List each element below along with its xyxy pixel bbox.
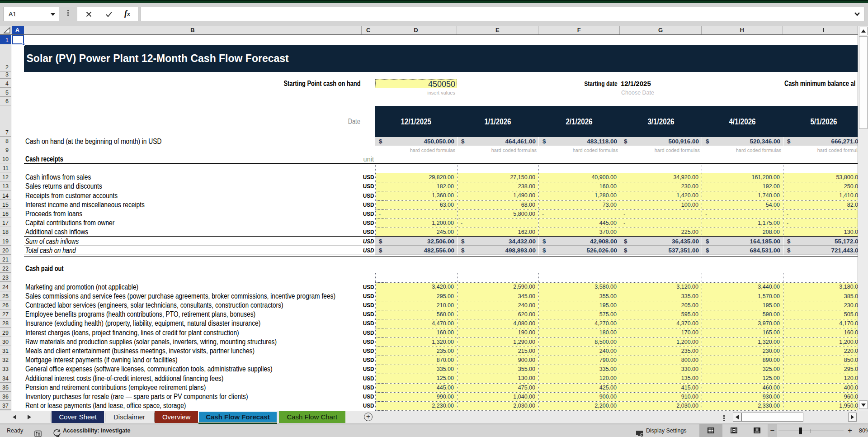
select-all-corner[interactable] bbox=[0, 26, 11, 34]
cell-D12[interactable]: 29,820.00 bbox=[375, 173, 457, 182]
cell-D29[interactable]: 160.00 bbox=[375, 328, 457, 337]
cell-D25[interactable]: 295.00 bbox=[375, 292, 457, 301]
cancel-icon[interactable] bbox=[85, 11, 92, 18]
cell-I37[interactable]: 1,950.00 bbox=[783, 401, 858, 410]
cell-H12[interactable]: 161,200.00 bbox=[702, 173, 783, 182]
cell-B16[interactable]: Proceeds from loans bbox=[24, 209, 362, 218]
cell-G28[interactable]: 4,370.00 bbox=[620, 319, 702, 328]
cell-E35[interactable]: 475.00 bbox=[457, 383, 538, 392]
cell-E29[interactable]: 190.00 bbox=[457, 328, 538, 337]
cell-C32[interactable]: USD bbox=[362, 356, 375, 365]
cell-I24[interactable]: 3,180.00 bbox=[783, 282, 858, 292]
cell-D34[interactable]: 125.00 bbox=[375, 374, 457, 383]
cell-G13[interactable]: 230.00 bbox=[620, 182, 702, 191]
cell-I12[interactable]: 53,800.00 bbox=[783, 173, 858, 182]
cell-G17[interactable]: - bbox=[620, 218, 702, 228]
display-settings-label[interactable]: Display Settings bbox=[646, 424, 687, 437]
cell-B15[interactable]: Interest income and miscellaneous receip… bbox=[24, 200, 362, 209]
cell-E16[interactable]: 5,800.00 bbox=[457, 209, 538, 218]
unit-column-label[interactable]: unit bbox=[362, 155, 375, 164]
cell-I15[interactable]: 82.00 bbox=[783, 200, 858, 209]
cell-E36[interactable]: 1,040.00 bbox=[457, 392, 538, 401]
cell-F35[interactable]: 425.00 bbox=[538, 383, 620, 392]
cell-C17[interactable]: USD bbox=[362, 218, 375, 228]
cell-C26[interactable]: USD bbox=[362, 301, 375, 310]
cell-D33[interactable]: 335.00 bbox=[375, 365, 457, 374]
cell-B20[interactable]: Total cash on hand bbox=[24, 246, 362, 255]
cell-C36[interactable]: USD bbox=[362, 392, 375, 401]
sheet-title[interactable]: Solar (PV) Power Plant 12-Month Cash Flo… bbox=[24, 45, 858, 72]
row-header-7[interactable]: 7 bbox=[0, 106, 11, 137]
month-header-4/1/2026[interactable]: 4/1/2026 bbox=[702, 106, 783, 137]
hard-coded-note[interactable]: hard coded formulas bbox=[538, 146, 620, 155]
cell-D24[interactable]: 3,420.00 bbox=[375, 282, 457, 292]
sheet-tab-cash-flow-chart[interactable]: Cash Flow Chart bbox=[279, 411, 345, 423]
column-header-D[interactable]: D bbox=[375, 26, 457, 34]
cell-G16[interactable]: - bbox=[620, 209, 702, 218]
sheet-grid[interactable]: Solar (PV) Power Plant 12-Month Cash Flo… bbox=[12, 35, 858, 411]
cell-E25[interactable]: 345.00 bbox=[457, 292, 538, 301]
cell-H13[interactable]: 192.00 bbox=[702, 182, 783, 191]
cell-D35[interactable]: 445.00 bbox=[375, 383, 457, 392]
cell-D27[interactable]: 560.00 bbox=[375, 310, 457, 319]
month-header-1/1/2026[interactable]: 1/1/2026 bbox=[457, 106, 538, 137]
cell-I31[interactable]: 220.00 bbox=[783, 347, 858, 356]
cell-F28[interactable]: 4,270.00 bbox=[538, 319, 620, 328]
row-header-2[interactable]: 2 bbox=[0, 45, 11, 71]
cell-B17[interactable]: Capital contributions from owner bbox=[24, 218, 362, 228]
insert-values-hint[interactable]: insert values bbox=[375, 88, 457, 97]
cell-F31[interactable]: 240.00 bbox=[538, 347, 620, 356]
hscroll-right-button[interactable] bbox=[848, 413, 857, 422]
cell-D13[interactable]: 182.00 bbox=[375, 182, 457, 191]
cell-D20[interactable]: 482,556.00$ bbox=[375, 246, 457, 255]
cell-H24[interactable]: 3,440.00 bbox=[702, 282, 783, 292]
cell-C18[interactable]: USD bbox=[362, 228, 375, 237]
column-header-A[interactable]: A bbox=[12, 26, 24, 34]
cell-C19[interactable]: USD bbox=[362, 237, 375, 246]
row-header-5[interactable]: 5 bbox=[0, 88, 11, 97]
cell-I35[interactable]: 400.00 bbox=[783, 383, 858, 392]
cell-C27[interactable]: USD bbox=[362, 310, 375, 319]
cell-H17[interactable]: 1,175.00 bbox=[702, 218, 783, 228]
cell-E24[interactable]: 2,590.00 bbox=[457, 282, 538, 292]
cell-H26[interactable]: 195.00 bbox=[702, 301, 783, 310]
row-header-28[interactable]: 28 bbox=[0, 319, 11, 328]
cell-H29[interactable]: 165.00 bbox=[702, 328, 783, 337]
cell-I16[interactable]: - bbox=[783, 209, 858, 218]
cell-B12[interactable]: Cash inflows from sales bbox=[24, 173, 362, 182]
cell-B29[interactable]: Interest charges (loans, project financi… bbox=[24, 328, 362, 337]
cell-B26[interactable]: Contracted labor services (engineers, so… bbox=[24, 301, 362, 310]
cell-G14[interactable]: 1,420.00 bbox=[620, 191, 702, 200]
tab-scroll-left-icon[interactable] bbox=[13, 415, 16, 419]
cell-I17[interactable]: - bbox=[783, 218, 858, 228]
cell-G34[interactable]: 135.00 bbox=[620, 374, 702, 383]
cash-minimum-label[interactable]: Cash minimum balance al bbox=[783, 79, 858, 88]
row-header-18[interactable]: 18 bbox=[0, 228, 11, 236]
cell-C14[interactable]: USD bbox=[362, 191, 375, 200]
row-header-31[interactable]: 31 bbox=[0, 347, 11, 355]
cell-I27[interactable]: 505.00 bbox=[783, 310, 858, 319]
cell-C37[interactable]: USD bbox=[362, 401, 375, 410]
cell-F17[interactable]: 445.00 bbox=[538, 218, 620, 228]
cell-F36[interactable]: 900.00 bbox=[538, 392, 620, 401]
zoom-in-button[interactable]: + bbox=[848, 424, 852, 437]
cell-G25[interactable]: 335.00 bbox=[620, 292, 702, 301]
column-header-H[interactable]: H bbox=[702, 26, 783, 34]
cell-B35[interactable]: Pension and retirement contributions (em… bbox=[24, 383, 362, 392]
column-header-F[interactable]: F bbox=[538, 26, 620, 34]
scroll-up-button[interactable] bbox=[859, 27, 868, 35]
row-header-23[interactable]: 23 bbox=[0, 273, 11, 282]
row-header-29[interactable]: 29 bbox=[0, 328, 11, 337]
cell-I33[interactable]: 295.00 bbox=[783, 365, 858, 374]
section-header[interactable]: Cash receipts bbox=[24, 155, 362, 164]
cell-I14[interactable]: 1,410.00 bbox=[783, 191, 858, 200]
cell-F8[interactable]: 483,118.00$ bbox=[538, 137, 620, 146]
cell-H37[interactable]: 2,330.00 bbox=[702, 401, 783, 410]
cell-C12[interactable]: USD bbox=[362, 173, 375, 182]
row-header-36[interactable]: 36 bbox=[0, 392, 11, 401]
cell-G29[interactable]: 170.00 bbox=[620, 328, 702, 337]
cell-C35[interactable]: USD bbox=[362, 383, 375, 392]
cell-B34[interactable]: Additional interest costs (line-of-credi… bbox=[24, 374, 362, 383]
month-header-2/1/2026[interactable]: 2/1/2026 bbox=[538, 106, 620, 137]
cell-I26[interactable]: 230.00 bbox=[783, 301, 858, 310]
